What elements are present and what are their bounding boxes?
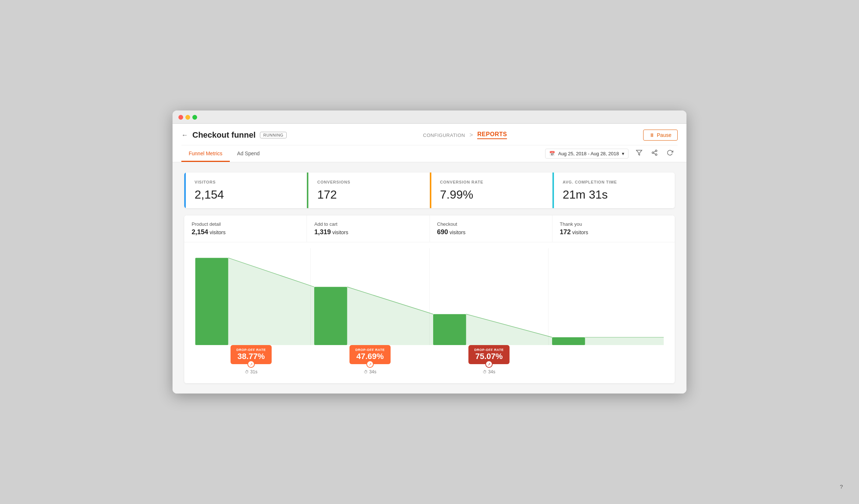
svg-rect-11 [433, 314, 466, 345]
tabs-bar: Funnel Metrics Ad Spend 📅 Aug 25, 2018 -… [181, 145, 678, 162]
breadcrumb: CONFIGURATION > REPORTS [423, 131, 507, 139]
stat-visitors-value: 2,154 [195, 188, 298, 202]
refresh-button[interactable] [665, 148, 675, 159]
help-button[interactable]: ? [835, 480, 848, 493]
tab-funnel-metrics[interactable]: Funnel Metrics [181, 145, 230, 162]
chevron-down-icon: ▾ [622, 151, 624, 156]
svg-marker-0 [637, 150, 642, 155]
app-window: ← Checkout funnel RUNNING CONFIGURATION … [173, 110, 686, 394]
stat-completion-time-value: 21m 31s [563, 188, 666, 202]
dropoff-3-time: ⏱ 34s [483, 369, 495, 374]
dropoff-2-label: DROP-OFF RATE [355, 348, 385, 352]
svg-marker-15 [466, 314, 552, 345]
stat-completion-time-label: AVG. COMPLETION TIME [563, 180, 666, 184]
svg-rect-10 [314, 287, 347, 345]
date-range-label: Aug 25, 2018 - Aug 28, 2018 [558, 151, 619, 156]
svg-marker-14 [347, 287, 433, 345]
chart-area [184, 242, 675, 345]
svg-marker-13 [228, 258, 314, 345]
stat-completion-time: AVG. COMPLETION TIME 21m 31s [552, 173, 675, 208]
dropoff-3-label: DROP-OFF RATE [474, 348, 504, 352]
traffic-lights [178, 115, 197, 120]
svg-point-1 [655, 150, 657, 152]
stats-row: VISITORS 2,154 CONVERSIONS 172 CONVERSIO… [184, 173, 675, 208]
pause-icon: ⏸ [649, 132, 655, 138]
dropoff-3: DROP-OFF RATE 75.07% ↗ ⏱ 34s [429, 345, 548, 374]
maximize-button[interactable] [192, 115, 197, 120]
svg-rect-12 [552, 337, 585, 345]
step-4-name: Thank you [560, 221, 667, 227]
step-1-visitors: 2,154 visitors [192, 228, 299, 236]
dropoff-1-icon: ↗ [247, 360, 255, 368]
dropoff-3-icon: ↗ [485, 360, 493, 368]
filter-button[interactable] [634, 148, 644, 159]
stat-visitors: VISITORS 2,154 [184, 173, 307, 208]
pause-button[interactable]: ⏸ Pause [643, 130, 678, 141]
funnel-step-3-header: Checkout 690 visitors [430, 215, 552, 242]
dropoff-2-time: ⏱ 34s [364, 369, 376, 374]
svg-point-2 [652, 152, 654, 154]
back-button[interactable]: ← [181, 131, 188, 139]
step-1-name: Product detail [192, 221, 299, 227]
step-4-visitors: 172 visitors [560, 228, 667, 236]
step-2-name: Add to cart [314, 221, 422, 227]
dropoff-1: DROP-OFF RATE 38.77% ↗ ⏱ 31s [192, 345, 311, 374]
share-button[interactable] [650, 148, 659, 159]
funnel-steps-header: Product detail 2,154 visitors Add to car… [184, 215, 675, 242]
nav-separator: > [470, 132, 473, 138]
stat-conversions: CONVERSIONS 172 [307, 173, 429, 208]
dropoff-2-icon: ↗ [366, 360, 374, 368]
calendar-icon: 📅 [549, 151, 555, 156]
header: ← Checkout funnel RUNNING CONFIGURATION … [173, 124, 686, 162]
close-button[interactable] [178, 115, 183, 120]
dropoff-row: DROP-OFF RATE 38.77% ↗ ⏱ 31s DROP-OFF RA… [184, 345, 675, 383]
svg-line-4 [653, 153, 655, 154]
stat-conversion-rate: CONVERSION RATE 7.99% [430, 173, 552, 208]
svg-rect-9 [195, 258, 228, 345]
dropoff-2: DROP-OFF RATE 47.69% ↗ ⏱ 34s [311, 345, 429, 374]
stat-conversions-value: 172 [317, 188, 420, 202]
stat-conversion-rate-label: CONVERSION RATE [440, 180, 543, 184]
stat-visitors-label: VISITORS [195, 180, 298, 184]
funnel-step-1-header: Product detail 2,154 visitors [184, 215, 307, 242]
nav-reports[interactable]: REPORTS [477, 131, 507, 139]
page-title: Checkout funnel [192, 130, 255, 140]
dropoff-3-value: 75.07% [474, 352, 504, 361]
pause-label: Pause [657, 132, 671, 138]
step-2-visitors: 1,319 visitors [314, 228, 422, 236]
step-3-visitors: 690 visitors [437, 228, 545, 236]
funnel-svg [192, 248, 667, 345]
funnel-chart: Product detail 2,154 visitors Add to car… [184, 215, 675, 383]
step-3-name: Checkout [437, 221, 545, 227]
dropoff-2-value: 47.69% [355, 352, 385, 361]
main-content: VISITORS 2,154 CONVERSIONS 172 CONVERSIO… [173, 162, 686, 394]
svg-point-3 [655, 154, 657, 156]
date-range-picker[interactable]: 📅 Aug 25, 2018 - Aug 28, 2018 ▾ [545, 149, 628, 159]
dropoff-1-value: 38.77% [236, 352, 266, 361]
dropoff-1-time: ⏱ 31s [245, 369, 257, 374]
funnel-step-4-header: Thank you 172 visitors [552, 215, 675, 242]
funnel-step-2-header: Add to cart 1,319 visitors [307, 215, 429, 242]
nav-configuration[interactable]: CONFIGURATION [423, 133, 465, 138]
svg-line-5 [653, 151, 655, 152]
stat-conversions-label: CONVERSIONS [317, 180, 420, 184]
tab-ad-spend[interactable]: Ad Spend [230, 145, 267, 162]
titlebar [173, 110, 686, 124]
running-badge: RUNNING [260, 132, 287, 138]
stat-conversion-rate-value: 7.99% [440, 188, 543, 202]
svg-marker-16 [585, 337, 664, 345]
minimize-button[interactable] [185, 115, 190, 120]
dropoff-1-label: DROP-OFF RATE [236, 348, 266, 352]
dropoff-4 [548, 345, 667, 374]
